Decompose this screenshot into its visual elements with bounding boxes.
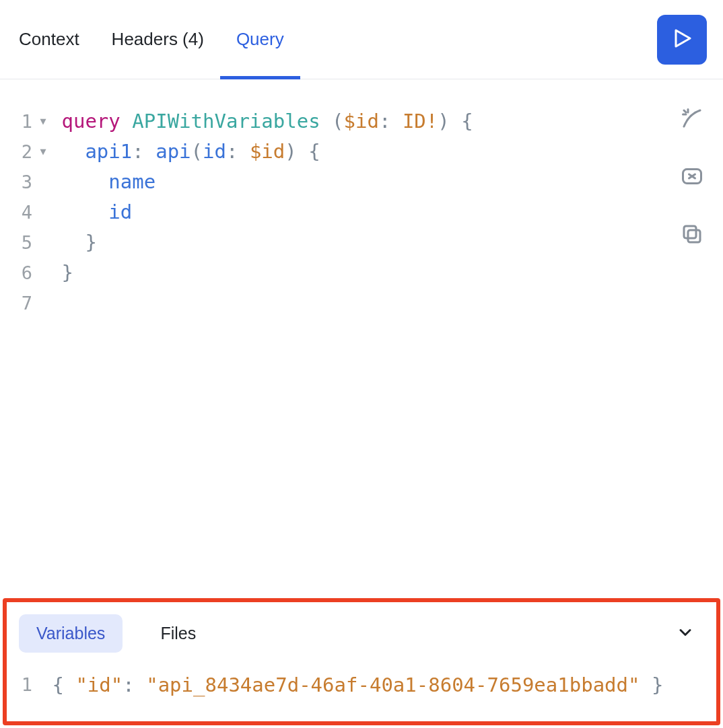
colon: : xyxy=(226,140,238,163)
paren: ) xyxy=(285,140,296,163)
colon: : xyxy=(379,110,390,133)
alias: api1 xyxy=(85,140,132,163)
code-line: 6 } xyxy=(0,258,723,288)
variables-panel: Variables Files 1 { "id": "api_8434ae7d-… xyxy=(3,598,720,725)
code-line: 2 ▼ api1: api(id: $id) { xyxy=(0,137,723,167)
svg-marker-0 xyxy=(676,30,690,46)
tab-files[interactable]: Files xyxy=(143,614,213,653)
line-number: 2 xyxy=(0,137,36,167)
clear-icon[interactable] xyxy=(680,164,704,188)
operation-name: APIWithVariables xyxy=(132,110,320,133)
line-number: 4 xyxy=(0,197,36,227)
tab-context[interactable]: Context xyxy=(16,0,96,79)
brace: } xyxy=(61,261,73,284)
line-number: 5 xyxy=(0,227,36,258)
play-icon xyxy=(670,26,694,53)
field: name xyxy=(108,170,156,193)
fold-toggle[interactable]: ▼ xyxy=(36,137,50,167)
brace: { xyxy=(308,140,320,163)
field: api xyxy=(156,140,191,163)
fold-gutter xyxy=(36,288,50,318)
field: id xyxy=(108,201,132,223)
code-line: 5 } xyxy=(0,227,723,258)
line-number: 6 xyxy=(0,258,36,288)
code-line: 4 id xyxy=(0,197,723,227)
brace: { xyxy=(52,674,63,696)
code-line: 1 ▼ query APIWithVariables ($id: ID!) { xyxy=(0,106,723,137)
keyword-query: query xyxy=(61,110,120,133)
code-line: 1 { "id": "api_8434ae7d-46af-40a1-8604-7… xyxy=(7,671,716,698)
fold-gutter xyxy=(36,258,50,288)
chevron-down-icon xyxy=(676,632,695,644)
fold-gutter xyxy=(36,167,50,197)
line-number: 3 xyxy=(0,167,36,197)
fold-gutter xyxy=(36,197,50,227)
tab-query[interactable]: Query xyxy=(220,0,300,79)
query-editor[interactable]: 1 ▼ query APIWithVariables ($id: ID!) { … xyxy=(0,79,723,318)
brace: } xyxy=(85,231,96,254)
json-string: "api_8434ae7d-46af-40a1-8604-7659ea1bbad… xyxy=(146,674,640,696)
tab-variables[interactable]: Variables xyxy=(19,614,123,653)
tab-headers[interactable]: Headers (4) xyxy=(96,0,220,79)
svg-rect-2 xyxy=(688,230,700,242)
svg-rect-3 xyxy=(684,226,696,238)
brace: { xyxy=(461,110,473,133)
fold-gutter xyxy=(36,227,50,258)
editor-side-icons xyxy=(680,106,704,246)
run-button[interactable] xyxy=(657,15,707,65)
arg-name: id xyxy=(203,140,226,163)
type: ID xyxy=(403,110,426,133)
paren: ( xyxy=(191,140,203,163)
variable: $id xyxy=(344,110,379,133)
code-line: 3 name xyxy=(0,167,723,197)
code-line: 7 xyxy=(0,288,723,318)
json-key: "id" xyxy=(75,674,123,696)
copy-icon[interactable] xyxy=(680,222,704,246)
paren: ( xyxy=(332,110,343,133)
colon: : xyxy=(132,140,143,163)
variables-tabs: Variables Files xyxy=(7,602,716,659)
paren: ) xyxy=(438,110,449,133)
prettify-icon[interactable] xyxy=(680,106,704,131)
variables-editor[interactable]: 1 { "id": "api_8434ae7d-46af-40a1-8604-7… xyxy=(7,659,716,721)
line-number: 1 xyxy=(0,106,36,137)
line-number: 1 xyxy=(7,671,40,698)
fold-toggle[interactable]: ▼ xyxy=(36,106,50,137)
top-tabs: Context Headers (4) Query xyxy=(0,0,723,79)
line-number: 7 xyxy=(0,288,36,318)
brace: } xyxy=(652,674,663,696)
variable: $id xyxy=(250,140,285,163)
non-null: ! xyxy=(426,110,438,133)
colon: : xyxy=(123,674,134,696)
collapse-toggle[interactable] xyxy=(676,623,695,645)
